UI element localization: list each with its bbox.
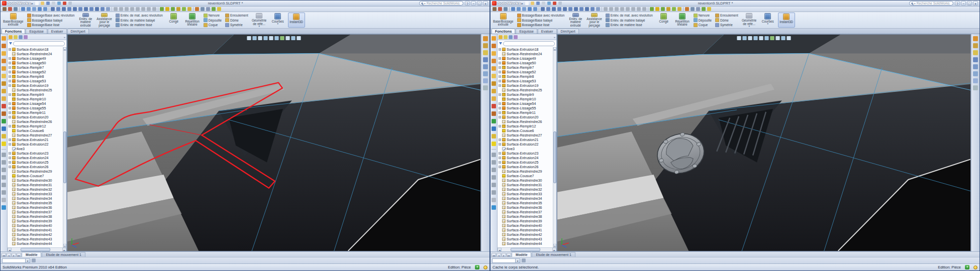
motion-next-icon[interactable]: ▸ (12, 253, 16, 257)
expand-icon[interactable] (9, 57, 11, 60)
display-style-icon[interactable] (609, 7, 613, 11)
filter-solid-bodies-icon[interactable] (650, 7, 654, 11)
ribbon-button-instant3d[interactable]: Instant3D (778, 13, 795, 28)
ribbon-button[interactable]: Dépouille (694, 18, 712, 23)
separator[interactable] (683, 7, 683, 11)
title-bar[interactable]: SolidWorks ▸ reventon9.SLDPRT * ▾ Recher… (491, 1, 979, 7)
model-scene[interactable] (557, 35, 970, 251)
tree-item[interactable]: Surface-Lissage54 (499, 101, 556, 106)
perspective-icon[interactable] (596, 7, 600, 11)
record-video-icon[interactable] (498, 7, 502, 11)
mass-properties-icon[interactable] (696, 7, 700, 11)
tree-item[interactable]: Surface-Remplir7 (499, 65, 556, 70)
filter-vertices-icon[interactable] (187, 7, 191, 11)
tree-item[interactable]: Surface-Restreindre36 (499, 205, 556, 210)
scroll-left-icon[interactable]: ◀ (498, 248, 502, 251)
view-palette-icon[interactable] (483, 64, 488, 69)
extend-surface-icon[interactable] (2, 119, 6, 123)
scrollbar-thumb[interactable] (511, 248, 540, 251)
commandmanager-tab[interactable]: Evaluer (538, 29, 557, 34)
scrollbar-thumb[interactable] (553, 131, 556, 184)
ribbon-button-reference-geometry[interactable]: Géométrie de réfé... ▾ (741, 13, 758, 28)
expand-icon[interactable] (499, 139, 501, 141)
offset-surface-icon[interactable] (2, 89, 6, 93)
mass-properties-icon[interactable] (206, 7, 210, 11)
standard-view-icon[interactable] (492, 168, 496, 172)
expand-icon[interactable] (499, 111, 501, 114)
tree-item[interactable]: Surface-Extrusion24 (499, 156, 556, 160)
restore-button[interactable]: □ (967, 1, 972, 6)
knit-surface-icon[interactable] (2, 142, 6, 146)
expand-icon[interactable] (499, 143, 501, 146)
tree-item[interactable]: Surface-Extrusion20 (499, 115, 556, 119)
tree-item[interactable]: Surface-Lissage53 (9, 79, 66, 83)
tree-item[interactable]: Surface-Restreindre35 (9, 201, 66, 205)
motion-last-icon[interactable]: ▸▸ (17, 253, 21, 257)
zoom-fit-icon[interactable] (511, 7, 515, 11)
scroll-down-icon[interactable]: ▼ (553, 244, 556, 247)
combobox-arrow-icon[interactable]: ▾ (25, 259, 30, 262)
restore-button[interactable]: □ (477, 1, 482, 6)
tree-item[interactable]: Surface-Restreindre30 (9, 178, 66, 183)
open-document-icon[interactable] (41, 2, 44, 5)
close-button[interactable]: × (973, 1, 978, 6)
view-orientation-icon[interactable] (269, 36, 273, 40)
isometric-view-icon[interactable] (89, 7, 93, 11)
tree-item[interactable]: Surface-Restreindre25 (9, 88, 66, 92)
extruded-surface-icon[interactable] (492, 36, 496, 41)
tree-item[interactable]: Surface-Extrusion19 (499, 83, 556, 88)
expand-icon[interactable] (9, 84, 11, 87)
graphics-viewport[interactable] (67, 34, 481, 251)
tree-item[interactable]: Surface-Restreindre38 (499, 214, 556, 219)
separator[interactable] (509, 7, 510, 11)
tree-item[interactable]: Surface-Remplir8 (9, 74, 66, 79)
scroll-up-icon[interactable]: ▲ (553, 47, 556, 51)
document-recovery-icon[interactable] (483, 85, 488, 90)
measure-icon[interactable] (201, 7, 205, 11)
tree-item[interactable]: Surface-Remplir12 (499, 124, 556, 128)
ribbon-button-extruded-boss[interactable]: Base/Bossage extrudé (2, 13, 25, 28)
pan-icon[interactable] (533, 7, 537, 11)
tree-item[interactable]: Surface-Restreindre40 (9, 223, 66, 228)
delete-face-icon[interactable] (2, 104, 6, 108)
expand-icon[interactable] (9, 139, 11, 141)
wireframe-icon[interactable] (591, 7, 595, 11)
expand-icon[interactable] (499, 66, 501, 69)
standard-view-icon[interactable] (492, 160, 496, 165)
tree-horizontal-scrollbar[interactable]: ◀ ▶ (498, 247, 556, 251)
tree-item[interactable]: Surface-Lissage52 (499, 70, 556, 74)
commandmanager-tab[interactable]: DimXpert (67, 29, 89, 34)
help-icon[interactable] (483, 265, 487, 269)
status-combobox[interactable]: ▾ (492, 258, 520, 263)
view-settings-icon[interactable] (787, 36, 791, 40)
print-icon[interactable] (542, 2, 545, 5)
ribbon-button[interactable]: Coque (694, 23, 712, 27)
revolved-surface-icon[interactable] (492, 44, 496, 48)
sketch-tool-icon[interactable] (492, 198, 496, 202)
tree-item[interactable]: Surface-Lissage50 (9, 61, 66, 65)
separator[interactable] (158, 7, 158, 11)
minimize-button[interactable]: − (471, 1, 476, 6)
view-palette-icon[interactable] (973, 64, 978, 69)
tree-item[interactable]: Surface-Restreindre24 (9, 52, 66, 56)
options-icon[interactable] (558, 2, 562, 5)
apply-scene-icon[interactable] (291, 36, 296, 40)
sketch-tool-icon[interactable] (2, 198, 6, 202)
tree-item[interactable]: Surface-Lissage53 (499, 79, 556, 83)
dimxpertmanager-tab-icon[interactable] (514, 35, 518, 39)
scroll-down-icon[interactable]: ▼ (63, 244, 66, 247)
pushpin-icon[interactable] (32, 258, 36, 262)
apply-scene-icon[interactable] (781, 36, 786, 40)
filter-surface-bodies-icon[interactable] (655, 7, 659, 11)
tree-item[interactable]: Surface-Remplir9 (499, 92, 556, 97)
tree-item[interactable]: Surface-Restreindre37 (499, 210, 556, 214)
rebuild-icon[interactable] (63, 2, 66, 5)
expand-icon[interactable] (499, 161, 501, 164)
front-view-icon[interactable] (546, 7, 550, 11)
menu-expand-arrow-icon[interactable]: ▸ (32, 2, 33, 5)
search-icon[interactable] (973, 57, 978, 62)
section-view-icon[interactable] (754, 36, 758, 40)
shadows-icon[interactable] (125, 7, 129, 11)
section-view-icon[interactable] (604, 7, 608, 11)
more-tabs-icon[interactable]: » (64, 36, 65, 39)
